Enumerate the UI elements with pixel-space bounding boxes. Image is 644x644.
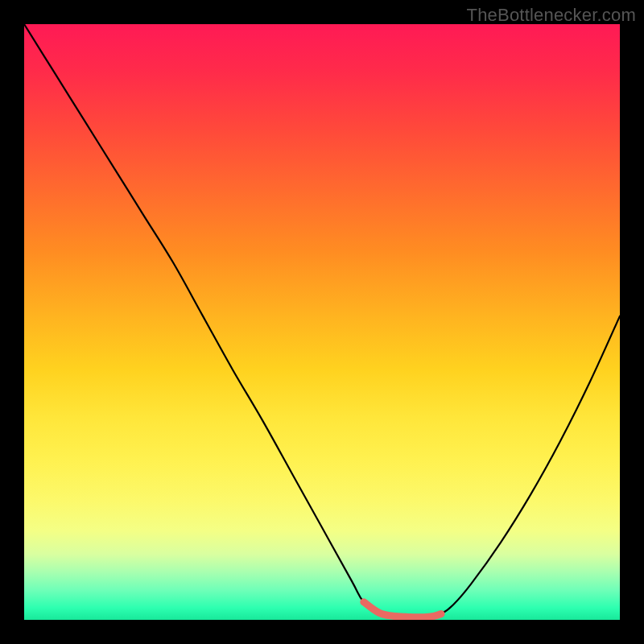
plot-area bbox=[24, 24, 620, 620]
bottleneck-curve bbox=[24, 24, 620, 617]
optimal-zone-highlight bbox=[364, 602, 441, 617]
watermark-text: TheBottlenecker.com bbox=[467, 5, 636, 26]
curve-svg bbox=[24, 24, 620, 620]
chart-frame: TheBottlenecker.com bbox=[0, 0, 644, 644]
